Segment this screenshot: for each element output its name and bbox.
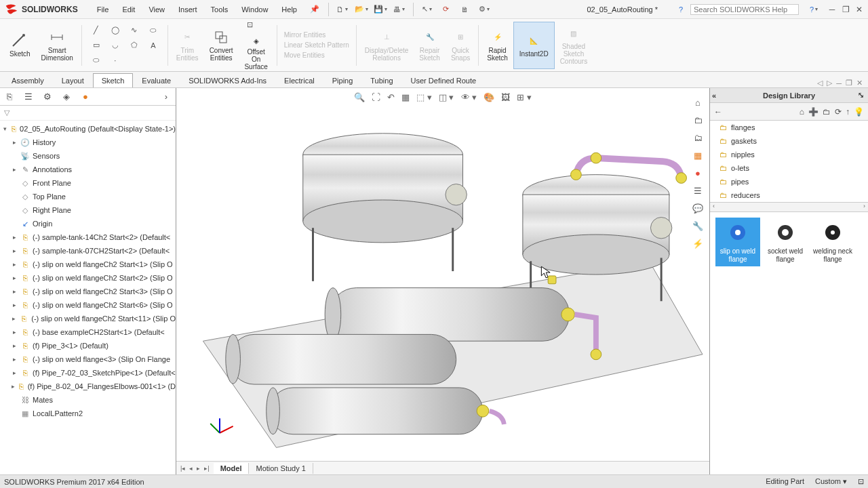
ribbon-convert[interactable]: Convert Entities [204,22,239,69]
design-lib-tab-icon[interactable]: 🗀 [690,113,705,127]
doc-max-icon[interactable]: ❐ [846,79,852,87]
arc-icon[interactable]: ◡ [108,39,123,52]
menu-insert[interactable]: Insert [173,3,203,16]
tab-tubing[interactable]: Tubing [361,73,401,87]
model-viewport[interactable] [176,88,709,461]
print-icon[interactable]: 🖶 [393,3,406,16]
display-style-icon[interactable]: ◫ ▾ [439,92,454,102]
property-manager-tab-icon[interactable]: ☰ [22,90,35,104]
library-folder-tree[interactable]: 🗀flanges🗀gaskets🗀nipples🗀o-lets🗀pipes🗀re… [710,121,868,203]
lib-folder-flanges[interactable]: 🗀flanges [710,121,868,134]
ribbon-sketch[interactable]: Sketch [4,22,36,69]
ribbon-rapid-sketch[interactable]: ⚡ Rapid Sketch [481,22,513,69]
config-tab-icon[interactable]: ⚙ [41,90,54,104]
tree-item[interactable]: ▸⎘(f) Pipe_8-02_04_FlangesElbows-001<1> … [0,380,176,393]
tab-model[interactable]: Model [214,463,250,474]
tree-root[interactable]: ▾⎘ 02_05_AutoRouting (Default<Display St… [0,122,176,136]
new-icon[interactable]: 🗋 [336,3,349,16]
tree-item[interactable]: ▸⎘(-) slip on weld flangeCh2 Start<2> (S… [0,271,176,285]
save-icon[interactable]: 💾 [374,3,387,16]
mt-last-icon[interactable]: ▸| [203,465,210,472]
tree-item[interactable]: ▸⎘(-) slip on weld flangeCh2 Start<3> (S… [0,285,176,298]
ribbon-instant2d[interactable]: 📐 Instant2D [513,22,555,69]
menu-view[interactable]: View [143,3,170,16]
hide-show-icon[interactable]: 👁 ▾ [461,92,477,102]
view-orient-icon[interactable]: ⬚ ▾ [416,92,432,102]
doc-next-icon[interactable]: ▷ [827,79,832,87]
lib-home-icon[interactable]: ⌂ [800,107,804,117]
tree-item[interactable]: ▸⎘(-) slip on weld flangeCh2 Start<11> (… [0,312,176,325]
appearances-tab-icon[interactable]: ● [690,165,705,180]
dimexpert-tab-icon[interactable]: ◈ [60,90,73,104]
spline-icon[interactable]: ∿ [127,24,142,37]
home-tab-icon[interactable]: ⌂ [690,95,705,110]
lib-up-icon[interactable]: ↑ [846,107,850,117]
tab-assembly[interactable]: Assembly [3,73,53,87]
tree-item[interactable]: ▸🕘History [0,136,176,149]
tab-layout[interactable]: Layout [53,73,93,87]
tab-addins[interactable]: SOLIDWORKS Add-Ins [180,73,275,87]
lib-folder-pipes[interactable]: 🗀pipes [710,175,868,188]
lib-add-icon[interactable]: ➕ [808,107,818,117]
menu-edit[interactable]: Edit [117,3,140,16]
search-box[interactable] [690,4,799,15]
tree-item[interactable]: ◇Front Plane [0,176,176,190]
options-icon[interactable]: ⚙ [477,3,491,16]
tab-user-route[interactable]: User Defined Route [402,73,486,87]
tree-item[interactable]: ▸⎘(f) Pipe_3<1> (Default) [0,339,176,352]
zoom-area-icon[interactable]: ⛶ [372,92,380,102]
tab-evaluate[interactable]: Evaluate [133,73,180,87]
prev-view-icon[interactable]: ↶ [387,92,395,102]
lib-folder-nipples[interactable]: 🗀nipples [710,148,868,161]
forum-tab-icon[interactable]: 💬 [690,201,705,216]
tree-item[interactable]: ◇Top Plane [0,190,176,203]
restore-icon[interactable]: ❐ [841,5,850,14]
pin-icon[interactable]: 📌 [308,3,321,16]
doc-close-icon[interactable]: ✕ [856,79,863,87]
view-palette-tab-icon[interactable]: ▦ [690,148,705,163]
collapse-icon[interactable]: › [159,90,173,104]
mt-prev-icon[interactable]: ◂ [188,465,194,472]
tree-item[interactable]: ↙Origin [0,217,176,230]
tree-item[interactable]: ▸⎘(-) sample-tank-07CH2Start<2> (Default… [0,244,176,258]
ribbon-offset-surface[interactable]: ◈ Offset On Surface [243,33,270,72]
filedoc-icon[interactable]: 🗎 [458,3,472,16]
lib-folder-gaskets[interactable]: 🗀gaskets [710,134,868,148]
scene-icon[interactable]: 🖼 [501,92,510,102]
tree-item[interactable]: ◇Right Plane [0,203,176,217]
tab-sketch[interactable]: Sketch [93,73,134,87]
menu-tools[interactable]: Tools [205,3,234,16]
lib-refresh-icon[interactable]: ⟳ [835,107,842,117]
tree-item[interactable]: ▸✎Annotations [0,163,176,176]
display-tab-icon[interactable]: ● [79,90,92,104]
taskpane-pin-icon[interactable]: ⤡ [858,91,864,100]
text-icon[interactable]: A [146,39,161,52]
doc-min-icon[interactable]: ─ [836,79,842,87]
custom-props-tab-icon[interactable]: ☰ [690,183,705,198]
feature-tree-tab-icon[interactable]: ⎘ [3,90,16,104]
tree-item[interactable]: ▸⎘(-) base exampleCH2Start<1> (Default< [0,325,176,339]
lib-folder-icon[interactable]: 🗀 [823,107,831,117]
tab-motion1[interactable]: Motion Study 1 [249,463,313,474]
menu-file[interactable]: File [92,3,115,16]
ellipse-icon[interactable]: ⬭ [146,24,161,37]
lib-config-icon[interactable]: 💡 [854,107,864,117]
minimize-icon[interactable]: ─ [827,5,837,14]
open-icon[interactable]: 📂 [355,3,368,16]
menu-help[interactable]: Help [276,3,302,16]
tree-item[interactable]: ▸⎘(-) sample-tank-14Ch2 Start<2> (Defaul… [0,230,176,244]
tree-item[interactable]: ▸⎘(-) slip on weld flangeCh2 Start<6> (S… [0,298,176,312]
lib-folder-reducers[interactable]: 🗀reducers [710,188,868,202]
thumb-welding-neck-flange[interactable]: welding neck flange [810,218,855,266]
feature-tree[interactable]: ▾⎘ 02_05_AutoRouting (Default<Display St… [0,121,176,474]
tree-item[interactable]: ▸⎘(-) slip on weld flangeCh2 Start<1> (S… [0,258,176,271]
point-icon[interactable]: · [108,54,123,66]
lib-folder-o-lets[interactable]: 🗀o-lets [710,161,868,175]
search-input[interactable] [694,5,795,14]
status-units[interactable]: Custom ▾ [815,477,847,486]
ribbon-smart-dimension[interactable]: Smart Dimension [36,22,79,69]
appear-icon[interactable]: 🎨 [484,92,494,102]
tree-item[interactable]: ▸⎘(-) slip on weld flange<3> (Slip On Fl… [0,352,176,366]
circle-icon[interactable]: ◯ [108,24,123,37]
mt-first-icon[interactable]: |◂ [179,465,186,472]
